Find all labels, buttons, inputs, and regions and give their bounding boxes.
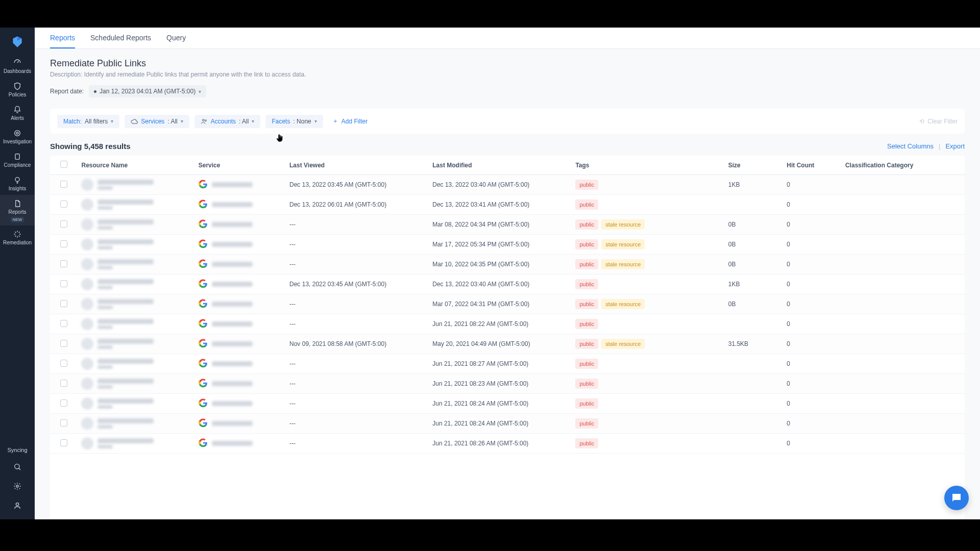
sidebar-item-policies[interactable]: Policies [0, 78, 35, 101]
col-hit-count[interactable]: Hit Count [782, 156, 841, 175]
cell-tags: public [571, 314, 724, 334]
cell-hit-count: 0 [782, 255, 841, 274]
filter-accounts[interactable]: Accounts : All ▾ [194, 115, 261, 128]
tag-public: public [575, 418, 598, 429]
table-row[interactable]: ---Jun 21, 2021 08:22 AM (GMT-5:00)publi… [50, 314, 965, 334]
report-date-selector[interactable]: Jan 12, 2023 04:01 AM (GMT-5:00) ▾ [89, 85, 206, 97]
sidebar-item-insights[interactable]: Insights [0, 171, 35, 195]
sidebar-item-investigation[interactable]: Investigation [0, 124, 35, 148]
clear-filter-button[interactable]: ⟲ Clear Filter [919, 118, 958, 125]
table-row[interactable]: ---Jun 21, 2021 08:27 AM (GMT-5:00)publi… [50, 354, 965, 374]
table-row[interactable]: ---Jun 21, 2021 08:24 AM (GMT-5:00)publi… [50, 394, 965, 414]
tab-reports[interactable]: Reports [50, 28, 75, 48]
search-icon [13, 462, 22, 471]
sparkle-icon [13, 230, 22, 239]
row-checkbox[interactable] [60, 340, 67, 347]
table-row[interactable]: ---Jun 21, 2021 08:23 AM (GMT-5:00)publi… [50, 374, 965, 394]
resource-name-redacted [97, 359, 154, 364]
resource-sub-redacted [97, 226, 113, 230]
resource-name-redacted [97, 199, 154, 205]
tab-query[interactable]: Query [166, 28, 186, 48]
table-row[interactable]: Dec 13, 2022 03:45 AM (GMT-5:00)Dec 13, … [50, 175, 965, 195]
col-tags[interactable]: Tags [571, 156, 724, 175]
filter-key: Services [141, 118, 164, 125]
sidebar-item-label: Dashboards [4, 68, 31, 74]
table-row[interactable]: ---Mar 07, 2022 04:31 PM (GMT-5:00)publi… [50, 294, 965, 314]
row-checkbox[interactable] [60, 181, 67, 188]
app-logo[interactable] [10, 35, 24, 49]
cell-last-viewed: --- [285, 235, 428, 255]
chat-icon [950, 492, 963, 504]
tag-stale: stale resource [601, 339, 645, 349]
sidebar-item-compliance[interactable]: Compliance [0, 148, 35, 171]
google-icon [199, 219, 208, 230]
chat-launcher[interactable] [944, 486, 969, 510]
service-name-redacted [212, 381, 253, 386]
sidebar-profile[interactable] [0, 496, 35, 515]
row-checkbox[interactable] [60, 260, 67, 267]
select-all-header [50, 156, 77, 175]
tag-public: public [575, 219, 598, 230]
row-checkbox[interactable] [60, 280, 67, 287]
sidebar-item-dashboards[interactable]: Dashboards [0, 54, 35, 78]
table-row[interactable]: Nov 09, 2021 08:58 AM (GMT-5:00)May 20, … [50, 334, 965, 354]
table-row[interactable]: Dec 13, 2022 06:01 AM (GMT-5:00)Dec 13, … [50, 195, 965, 215]
table-row[interactable]: Dec 13, 2022 03:45 AM (GMT-5:00)Dec 13, … [50, 274, 965, 294]
row-checkbox[interactable] [60, 300, 67, 307]
cell-resource [77, 175, 194, 195]
table-row[interactable]: ---Mar 10, 2022 04:35 PM (GMT-5:00)publi… [50, 255, 965, 274]
cell-last-modified: Jun 21, 2021 08:24 AM (GMT-5:00) [428, 414, 571, 434]
cell-service [194, 235, 285, 255]
cell-service [194, 215, 285, 235]
sidebar-item-alerts[interactable]: Alerts [0, 101, 35, 124]
table-row[interactable]: ---Mar 08, 2022 04:34 PM (GMT-5:00)publi… [50, 215, 965, 235]
cell-size [724, 374, 783, 394]
svg-point-4 [15, 464, 19, 469]
table-row[interactable]: ---Mar 17, 2022 05:34 PM (GMT-5:00)publi… [50, 235, 965, 255]
row-checkbox[interactable] [60, 320, 67, 327]
resource-sub-redacted [97, 325, 113, 329]
filter-facets[interactable]: Facets : None ▾ [265, 115, 323, 128]
row-checkbox[interactable] [60, 419, 67, 427]
sidebar-item-remediation[interactable]: Remediation [0, 226, 35, 249]
select-all-checkbox[interactable] [60, 161, 67, 168]
select-columns-button[interactable]: Select Columns [887, 142, 934, 150]
filter-services[interactable]: Services : All ▾ [125, 115, 189, 128]
add-filter-button[interactable]: ＋ Add Filter [328, 114, 372, 129]
sidebar-item-label: Remediation [3, 240, 32, 246]
gear-icon [13, 482, 22, 491]
col-last-viewed[interactable]: Last Viewed [285, 156, 428, 175]
row-checkbox[interactable] [60, 201, 67, 208]
col-size[interactable]: Size [724, 156, 783, 175]
sidebar-item-label: Insights [9, 186, 26, 192]
results-table: Resource Name Service Last Viewed Last M… [50, 156, 965, 519]
export-button[interactable]: Export [945, 142, 965, 150]
cell-tags: publicstale resource [571, 294, 724, 314]
row-checkbox[interactable] [60, 220, 67, 228]
tab-scheduled-reports[interactable]: Scheduled Reports [90, 28, 151, 48]
row-checkbox-cell [50, 394, 77, 414]
table-row[interactable]: ---Jun 21, 2021 08:26 AM (GMT-5:00)publi… [50, 434, 965, 454]
tag-public: public [575, 180, 598, 190]
col-classification[interactable]: Classification Category [841, 156, 965, 175]
filter-bar: Match: All filters ▾ Services : All ▾ Ac… [50, 109, 965, 134]
cell-hit-count: 0 [782, 374, 841, 394]
col-service[interactable]: Service [194, 156, 285, 175]
sidebar-settings[interactable] [0, 477, 35, 496]
resource-name-redacted [97, 279, 154, 284]
row-checkbox[interactable] [60, 240, 67, 247]
sidebar-item-reports[interactable]: Reports NEW [0, 195, 35, 226]
row-checkbox[interactable] [60, 399, 67, 407]
sidebar-search[interactable] [0, 457, 35, 477]
row-checkbox[interactable] [60, 380, 67, 387]
col-last-modified[interactable]: Last Modified [428, 156, 571, 175]
cell-classification [841, 314, 965, 334]
row-checkbox[interactable] [60, 360, 67, 367]
resource-avatar [81, 338, 93, 350]
col-resource-name[interactable]: Resource Name [77, 156, 194, 175]
row-checkbox[interactable] [60, 439, 67, 446]
cell-service [194, 374, 285, 394]
table-row[interactable]: ---Jun 21, 2021 08:24 AM (GMT-5:00)publi… [50, 414, 965, 434]
filter-match[interactable]: Match: All filters ▾ [57, 115, 119, 128]
cell-last-modified: Jun 21, 2021 08:27 AM (GMT-5:00) [428, 354, 571, 374]
